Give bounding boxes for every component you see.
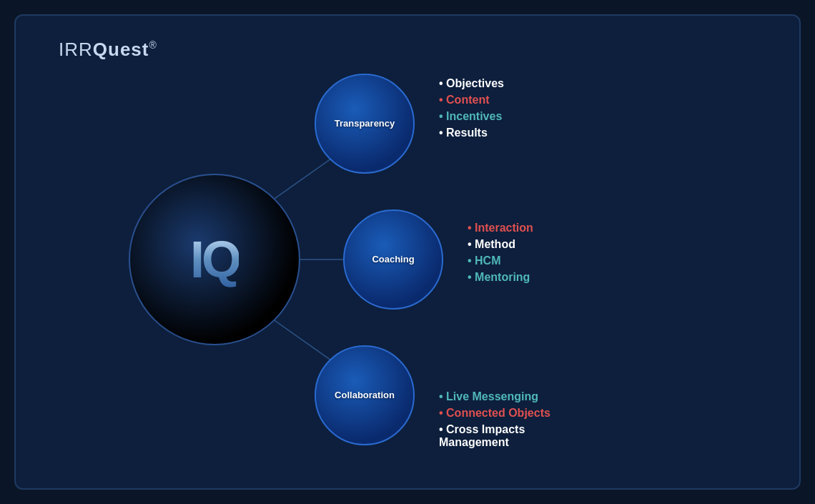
- coaching-panel: Interaction Method HCM Mentoring: [465, 217, 533, 287]
- transparency-item-2: Content: [436, 94, 504, 107]
- transparency-item-3: Incentives: [436, 110, 504, 123]
- coaching-item-3: HCM: [465, 254, 533, 267]
- collaboration-item-2: Connected Objects: [436, 407, 550, 420]
- transparency-panel: Objectives Content Incentives Results: [436, 74, 504, 143]
- coaching-item-4: Mentoring: [465, 270, 533, 283]
- diagram-container: IQ Transparency Coaching Collaboration O…: [86, 52, 729, 467]
- main-frame: IRRQuest® IQ Transparency Coaching Colla…: [14, 14, 801, 490]
- brand-trademark: ®: [149, 39, 157, 51]
- coaching-label: Coaching: [372, 254, 414, 265]
- collaboration-circle: Collaboration: [315, 345, 415, 445]
- transparency-label: Transparency: [335, 118, 395, 129]
- collaboration-item-1: Live Messenging: [436, 390, 550, 403]
- coaching-list: Interaction Method HCM Mentoring: [465, 221, 533, 283]
- iq-circle: IQ: [129, 174, 300, 345]
- coaching-circle: Coaching: [343, 209, 443, 310]
- coaching-item-2: Method: [465, 237, 533, 250]
- collaboration-list: Live Messenging Connected Objects Cross …: [436, 390, 550, 449]
- transparency-list: Objectives Content Incentives Results: [436, 77, 504, 139]
- transparency-item-1: Objectives: [436, 77, 504, 90]
- collaboration-label: Collaboration: [335, 390, 395, 400]
- collaboration-item-3: Cross ImpactsManagement: [436, 423, 550, 449]
- transparency-circle: Transparency: [315, 74, 415, 174]
- iq-label: IQ: [190, 230, 239, 289]
- collaboration-panel: Live Messenging Connected Objects Cross …: [436, 387, 550, 453]
- coaching-item-1: Interaction: [465, 221, 533, 234]
- transparency-item-4: Results: [436, 127, 504, 139]
